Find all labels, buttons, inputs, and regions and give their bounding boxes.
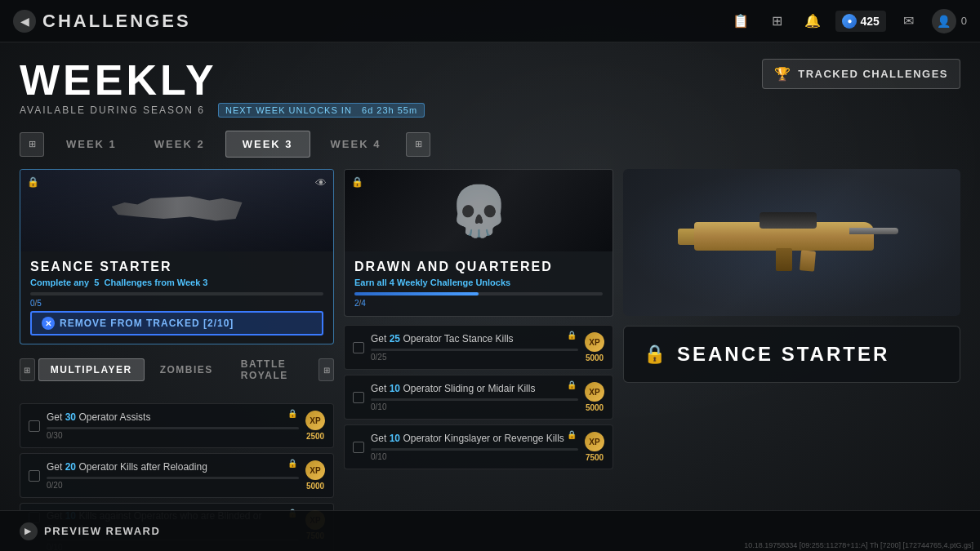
reward-xp-icon: XP [585, 432, 604, 451]
seance-desc: Complete any 5 Challenges from Week 3 [30, 278, 323, 287]
reward-amount: 5000 [306, 482, 324, 491]
reward-amount: 5000 [586, 403, 604, 412]
card-lock-icon: 🔒 [27, 176, 39, 188]
challenge-lock-icon: 🔒 [567, 331, 577, 340]
dq-image: 💀 🔒 [345, 170, 612, 251]
debug-coords: 10.18.19758334 [09:255:11278+11:A] Th [7… [744, 541, 973, 549]
challenge-reward: XP 7500 [585, 432, 604, 462]
challenge-item: Get 10 Operator Sliding or Midair Kills … [344, 375, 613, 420]
weapon-grip [776, 248, 792, 271]
challenge-reward: XP 5000 [585, 382, 604, 412]
content-grid: 🔒 👁 SEANCE STARTER Complete any 5 Challe… [20, 169, 960, 551]
tab-week-3[interactable]: WEEK 3 [225, 131, 310, 158]
challenge-prog-text: 0/10 [371, 402, 578, 411]
challenge-reward: XP 5000 [305, 460, 325, 491]
progress-current: 0 [30, 299, 35, 308]
seance-card-body: SEANCE STARTER Complete any 5 Challenges… [20, 251, 333, 344]
seance-title: SEANCE STARTER [30, 260, 323, 274]
challenge-checkbox[interactable] [353, 342, 364, 353]
challenge-checkbox[interactable] [353, 392, 364, 403]
weapon-silhouette [112, 190, 243, 231]
top-nav: ◀ CHALLENGES 📋 ⊞ 🔔 ● 425 ✉ 👤 0 [0, 0, 980, 42]
challenge-progress-bar [371, 398, 578, 401]
dq-progress-fill [354, 292, 479, 295]
left-column: 🔒 👁 SEANCE STARTER Complete any 5 Challe… [20, 169, 334, 551]
skull-decoration: 💀 [448, 182, 510, 240]
tab-week-4[interactable]: WEEK 4 [314, 131, 399, 158]
challenge-checkbox[interactable] [29, 420, 40, 432]
currency-badge: ● 425 [835, 11, 885, 32]
seance-progress-bar [30, 292, 323, 295]
challenge-text: Get 10 Operator Sliding or Midair Kills [371, 383, 578, 396]
tracked-label: TRACKED CHALLENGES [798, 68, 948, 80]
preview-label: PREVIEW REWARD [44, 525, 160, 537]
online-count: 0 [961, 15, 967, 27]
mail-icon[interactable]: ✉ [896, 8, 922, 34]
tab-battle-royale[interactable]: BATTLE ROYALE [229, 353, 315, 387]
reward-xp-icon: XP [585, 382, 604, 402]
nav-title: CHALLENGES [42, 11, 191, 32]
bell-icon[interactable]: 🔔 [800, 8, 826, 34]
clipboard-icon[interactable]: 📋 [728, 8, 754, 34]
back-icon: ◀ [13, 10, 36, 33]
dq-body: DRAWN AND QUARTERED Earn all 4 Weekly Ch… [345, 251, 612, 316]
grid-icon[interactable]: ⊞ [764, 8, 790, 34]
progress-total: 5 [37, 299, 42, 308]
nav-right: 📋 ⊞ 🔔 ● 425 ✉ 👤 0 [728, 8, 967, 34]
challenge-reward: XP 5000 [585, 332, 604, 362]
profile-icon: 👤 [932, 9, 956, 33]
desc-suffix: Challenges from Week 3 [105, 278, 208, 287]
mode-tab-left-icon: ⊞ [20, 358, 35, 381]
card-eye-icon[interactable]: 👁 [315, 176, 327, 189]
unlock-timer-value: 6d 23h 55m [362, 105, 417, 115]
challenge-text: Get 30 Operator Assists [47, 411, 299, 424]
reward-amount: 2500 [306, 432, 324, 441]
challenge-text: Get 25 Operator Tac Stance Kills [371, 333, 578, 346]
challenge-progress-bar [371, 448, 578, 451]
weekly-title-block: WEEKLY AVAILABLE DURING SEASON 6 NEXT WE… [20, 59, 425, 118]
preview-reward-button[interactable]: ▶ PREVIEW REWARD [20, 522, 160, 540]
weapon-display [623, 169, 960, 316]
challenge-item: Get 25 Operator Tac Stance Kills 0/25 🔒 [344, 325, 613, 370]
tracked-challenges-button[interactable]: 🏆 TRACKED CHALLENGES [762, 59, 960, 89]
mode-tabs: ⊞ MULTIPLAYER ZOMBIES BATTLE ROYALE ⊞ [20, 353, 334, 387]
challenge-info: Get 30 Operator Assists 0/30 [47, 411, 299, 441]
trophy-icon: 🏆 [774, 66, 792, 82]
available-text: AVAILABLE DURING SEASON 6 [20, 104, 205, 116]
weapon-scope [760, 212, 817, 229]
challenge-prog-text: 0/30 [47, 431, 299, 440]
challenge-lock-icon: 🔒 [287, 409, 297, 418]
desc-count: 5 [94, 278, 99, 287]
profile-button[interactable]: 👤 0 [932, 9, 967, 33]
tab-zombies[interactable]: ZOMBIES [148, 358, 225, 381]
challenge-checkbox[interactable] [29, 470, 40, 482]
remove-tracked-button[interactable]: ✕ REMOVE FROM TRACKED [2/10] [30, 311, 323, 335]
weapon-magazine [799, 250, 815, 271]
app-container: ◀ CHALLENGES 📋 ⊞ 🔔 ● 425 ✉ 👤 0 WEEKLY [0, 0, 980, 551]
weekly-subtitle: AVAILABLE DURING SEASON 6 NEXT WEEK UNLO… [20, 103, 425, 118]
challenge-prog-text: 0/25 [371, 353, 578, 362]
tab-multiplayer[interactable]: MULTIPLAYER [38, 358, 145, 381]
dq-desc: Earn all 4 Weekly Challenge Unlocks [354, 278, 603, 287]
week-tab-right-icon: ⊞ [406, 132, 430, 157]
week-tabs: ⊞ WEEK 1 WEEK 2 WEEK 3 WEEK 4 ⊞ [20, 131, 960, 158]
preview-icon: ▶ [20, 522, 38, 540]
right-column: 🔒 SEANCE STARTER [623, 169, 960, 551]
tab-week-2[interactable]: WEEK 2 [137, 131, 222, 158]
unlock-label: NEXT WEEK UNLOCKS IN [225, 105, 352, 115]
challenge-checkbox[interactable] [353, 442, 364, 453]
challenge-lock-icon: 🔒 [567, 430, 577, 439]
challenge-lock-icon: 🔒 [287, 459, 297, 468]
back-button[interactable]: ◀ CHALLENGES [13, 10, 191, 33]
weapon-3d-model [678, 206, 906, 279]
tab-week-1[interactable]: WEEK 1 [49, 131, 134, 158]
challenge-progress-bar [371, 349, 578, 351]
reward-amount: 7500 [586, 453, 604, 462]
seance-progress-text: 0/5 [30, 299, 323, 308]
reward-xp-icon: XP [305, 460, 325, 480]
challenge-text: Get 20 Operator Kills after Reloading [47, 461, 299, 474]
reward-name-display: 🔒 SEANCE STARTER [623, 326, 960, 383]
challenge-info: Get 10 Operator Sliding or Midair Kills … [371, 383, 578, 412]
reward-amount: 5000 [586, 353, 604, 362]
dq-progress-bar [354, 292, 603, 295]
